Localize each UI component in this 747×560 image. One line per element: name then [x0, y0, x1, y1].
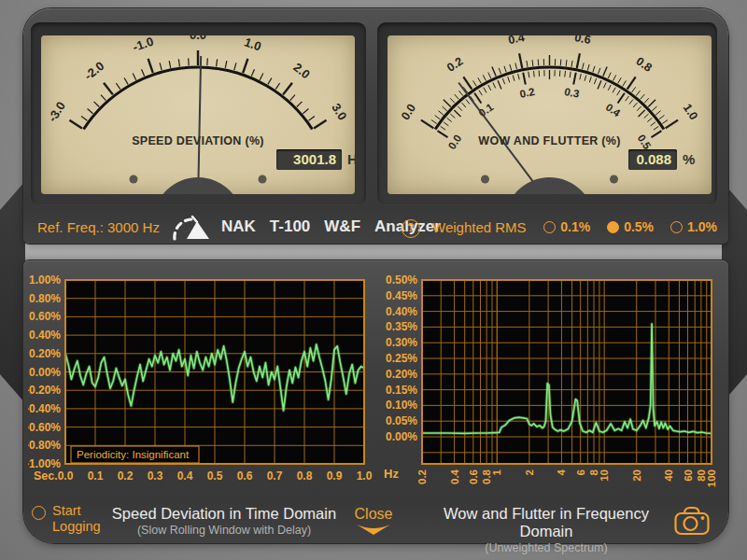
chart-subtitle: (Slow Rolling Window with Delay) — [93, 524, 355, 537]
scale-tick — [654, 126, 658, 130]
scale-tick — [488, 73, 491, 78]
radio-label: 0.1% — [560, 219, 590, 234]
scale-tick — [133, 74, 136, 80]
scale-tick — [234, 63, 236, 70]
x-tick-label: 0.8 — [297, 469, 313, 483]
scale-tick — [421, 120, 433, 129]
scale-tick — [641, 94, 645, 99]
scale-tick — [314, 120, 326, 129]
outer-scale-label: 0.6 — [573, 35, 592, 47]
camera-button[interactable] — [674, 506, 710, 539]
scale-tick — [290, 95, 295, 101]
scale-tick — [94, 102, 100, 107]
y-tick-label: 0.00% — [29, 366, 61, 379]
scale-tick — [618, 93, 625, 104]
outer-scale-label: 1.0 — [681, 102, 700, 122]
ref-frequency-label: Ref. Freq.: 3000 Hz — [37, 219, 160, 235]
y-tick-label: 0.25% — [386, 352, 417, 365]
x-tick-label: 0.6 — [468, 469, 479, 484]
y-tick-label: -0.40% — [28, 402, 61, 415]
scale-tick — [116, 83, 120, 90]
y-tick-label: 0.40% — [29, 329, 61, 342]
outer-scale-label: 0.2 — [444, 54, 465, 74]
scale-tick — [283, 83, 292, 95]
scale-tick — [160, 63, 162, 70]
x-tick-label: 100 — [706, 469, 717, 487]
scale-tick — [647, 118, 652, 121]
y-tick-label: 0.50% — [386, 273, 417, 287]
scale-tick — [473, 80, 477, 86]
screw-dot — [130, 175, 138, 184]
scale-tick — [303, 108, 308, 113]
scale-tick — [462, 103, 466, 107]
scale-tick — [566, 60, 567, 66]
range-option-0-5[interactable]: 0.5% — [607, 219, 654, 234]
scale-tick — [513, 76, 514, 81]
scale-tick — [655, 111, 660, 115]
scale-tick — [587, 64, 589, 71]
gauge-icon — [170, 215, 215, 245]
scale-tick — [466, 99, 470, 104]
help-icon[interactable]: ? — [402, 219, 420, 238]
scale-tick — [608, 85, 611, 91]
scale-tick — [309, 117, 315, 121]
wow-flutter-meter-svg: 0.00.20.40.60.81.00.00.10.20.30.40.5 — [388, 35, 712, 194]
scale-label: 0.0 — [190, 35, 206, 42]
scale-tick — [484, 88, 486, 93]
scale-tick — [454, 110, 460, 117]
scale-label: -2.0 — [81, 59, 106, 83]
scale-tick — [479, 91, 482, 96]
scale-tick — [81, 117, 87, 121]
scale-tick — [488, 85, 491, 91]
scale-tick — [101, 95, 106, 101]
scale-tick — [217, 59, 218, 66]
scale-tick — [613, 88, 615, 93]
annotation-text: Periodicity: Insignificant — [77, 449, 190, 460]
scale-tick — [492, 66, 496, 76]
y-tick-label: 0.05% — [386, 414, 417, 427]
x-tick-label: 0.5 — [207, 469, 223, 483]
scale-tick — [577, 53, 580, 68]
weighting-mode-label[interactable]: Weighted RMS — [432, 219, 527, 235]
scale-tick — [463, 77, 472, 89]
y-tick-label: 0.20% — [29, 347, 61, 360]
radio-label: 1.0% — [687, 219, 717, 234]
chart-title: Speed Deviation in Time Domain — [93, 505, 355, 523]
scale-tick — [498, 80, 501, 89]
y-tick-label: 0.00% — [386, 430, 417, 443]
scale-tick — [268, 77, 272, 84]
range-option-1-0[interactable]: 1.0% — [670, 219, 717, 234]
scale-tick — [644, 98, 649, 103]
scale-tick — [104, 83, 113, 95]
scale-tick — [483, 75, 486, 80]
scale-tick — [450, 98, 455, 103]
y-tick-label: 0.80% — [29, 292, 61, 305]
scale-tick — [438, 111, 443, 115]
scale-tick — [435, 116, 441, 119]
inner-scale-label: 0.3 — [563, 86, 580, 100]
time-domain-chart: 1.00%0.80%0.60%0.40%0.20%0.00%-0.20%-0.4… — [28, 271, 374, 495]
y-tick-label: -0.20% — [28, 384, 61, 397]
camera-icon — [674, 506, 710, 536]
y-tick-label: 1.00% — [29, 273, 61, 287]
range-option-0-1[interactable]: 0.1% — [543, 219, 590, 234]
x-tick-label: 0.4 — [177, 469, 193, 483]
speed-deviation-meter-face: -3.0-2.0-1.00.01.02.03.0 SPEED DEVIATION… — [41, 35, 355, 194]
scale-tick — [458, 91, 462, 95]
wow-flutter-readout: 0.088 — [628, 149, 677, 170]
scale-tick — [652, 106, 656, 111]
y-tick-label: 0.20% — [386, 368, 417, 381]
frequency-readout-unit: Hz — [347, 151, 355, 167]
scale-tick — [169, 61, 171, 68]
scale-tick — [450, 114, 455, 118]
x-tick-label: 40 — [663, 469, 674, 482]
scale-tick — [565, 71, 566, 77]
scale-tick — [629, 99, 633, 104]
x-tick-label: 0.2 — [416, 469, 428, 484]
x-tick-label: 0.6 — [237, 469, 253, 483]
scale-tick — [580, 74, 582, 79]
close-button[interactable]: Close — [348, 506, 399, 539]
scale-tick — [603, 66, 607, 76]
scale-tick — [124, 77, 128, 84]
scale-tick — [508, 77, 510, 82]
